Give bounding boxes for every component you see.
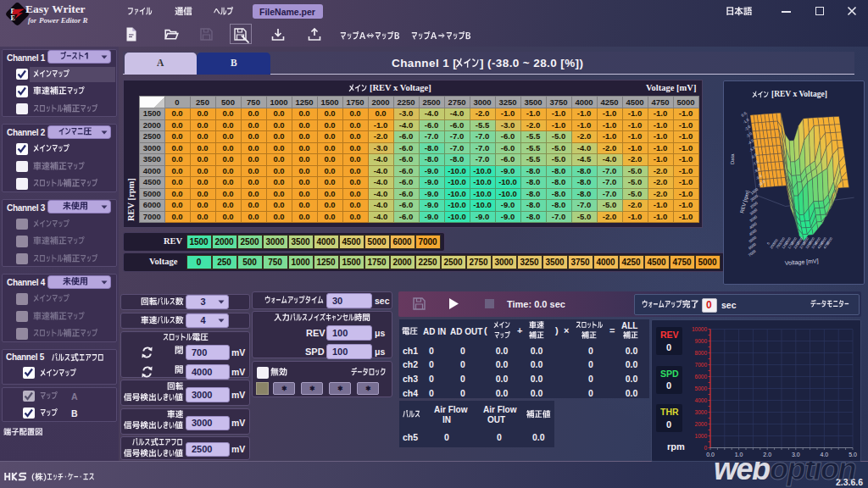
svg-text:Voltage [mV]: Voltage [mV] [785,258,819,267]
svg-text:-3.0: -3.0 [745,131,753,139]
svg-text:E: E [11,14,15,22]
svg-text:0.0: 0.0 [741,111,748,118]
svg-text:Data: Data [730,153,735,164]
svg-text:-2.0: -2.0 [743,124,751,131]
svg-text:REV [rpm]: REV [rpm] [739,190,750,214]
svg-text:5000: 5000 [826,236,834,246]
svg-text:-1.0: -1.0 [742,117,749,125]
